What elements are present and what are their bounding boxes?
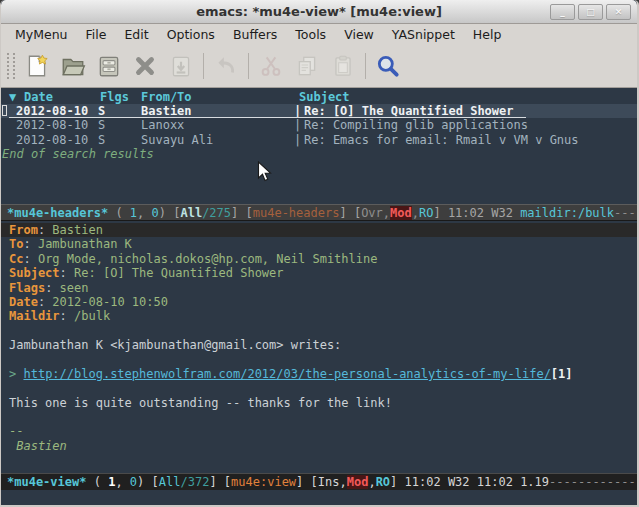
modeline-text: , — [368, 475, 375, 489]
modeline-message-count: /372 — [180, 475, 209, 489]
fringe-cursor-indicator — [2, 105, 7, 116]
field-value: Org Mode, nicholas.dokos@hp.com, Neil Sm… — [38, 252, 378, 266]
echo-area[interactable] — [1, 490, 637, 505]
field-colon: : — [23, 237, 37, 251]
field-label: To — [9, 237, 23, 251]
modeline-major-mode: mu4e-headers — [253, 206, 340, 220]
title-bar[interactable]: emacs: *mu4e-view* [mu4e:view] _ □ ✕ — [1, 0, 637, 24]
column-header-subject[interactable]: Subject — [299, 90, 350, 104]
header-field-date: Date: 2012-08-10 10:50 — [1, 295, 637, 309]
modeline-text: ] [ — [231, 206, 253, 220]
field-value: seen — [60, 281, 89, 295]
modeline-major-mode: mu4e:view — [231, 475, 296, 489]
blank-line — [1, 324, 637, 338]
toolbar-separator — [203, 53, 204, 79]
modeline-text: , — [137, 206, 151, 220]
menu-bar: MyMenu File Edit Options Buffers Tools V… — [1, 24, 637, 45]
message-flags: S — [98, 133, 105, 147]
modeline-buffer-name: *mu4e-view* — [7, 475, 86, 489]
footnote-marker: [1] — [551, 367, 573, 381]
header-field-from: From: Bastien — [1, 223, 637, 237]
column-header-date[interactable]: Date — [24, 90, 53, 104]
open-file-button[interactable] — [55, 48, 91, 84]
article-link[interactable]: http://blog.stephenwolfram.com/2012/03/t… — [23, 367, 550, 381]
window-title: emacs: *mu4e-view* [mu4e:view] — [1, 4, 637, 19]
message-row[interactable]: 2012-08-10 S Lanoxx | Re: Compiling glib… — [1, 118, 637, 132]
menu-file[interactable]: File — [77, 25, 116, 44]
maximize-button[interactable]: □ — [578, 4, 603, 20]
message-row[interactable]: 2012-08-10 S Suvayu Ali | Re: Emacs for … — [1, 133, 637, 147]
message-from: Bastien — [141, 104, 192, 118]
quoted-link-line: > http://blog.stephenwolfram.com/2012/03… — [1, 367, 637, 381]
modeline-ovr-flag: Ovr — [361, 206, 383, 220]
column-header-flags[interactable]: Flgs — [100, 90, 129, 104]
close-buffer-button[interactable] — [127, 48, 163, 84]
field-value: Bastien — [52, 223, 103, 237]
field-label: Date — [9, 295, 38, 309]
menu-yasnippet[interactable]: YASnippet — [383, 25, 464, 44]
modeline-line-number: 1 — [130, 206, 137, 220]
menu-view[interactable]: View — [335, 25, 383, 44]
message-date: 2012-08-10 — [16, 118, 88, 132]
blank-line — [1, 410, 637, 424]
open-folder-icon — [60, 53, 86, 79]
clipboard-icon — [330, 53, 356, 79]
menu-buffers[interactable]: Buffers — [224, 25, 286, 44]
header-field-flags: Flags: seen — [1, 281, 637, 295]
field-colon: : — [45, 281, 59, 295]
message-row-selected[interactable]: 2012-08-10 S Bastien | Re: [O] The Quant… — [1, 104, 637, 118]
modeline-dashes: -------- — [614, 206, 637, 220]
field-label: Flags — [9, 281, 45, 295]
modeline-column-number: 0 — [130, 475, 137, 489]
menu-edit[interactable]: Edit — [115, 25, 157, 44]
message-flags: S — [98, 104, 105, 118]
copy-button[interactable] — [289, 48, 325, 84]
message-flags: S — [98, 118, 105, 132]
thread-separator: | — [294, 118, 301, 132]
toolbar-grip-handle[interactable] — [7, 53, 15, 79]
message-subject: Re: Compiling glib applications — [304, 118, 528, 132]
modeline-modified-flag: Mod — [390, 206, 412, 220]
message-date: 2012-08-10 — [16, 133, 88, 147]
cut-button[interactable] — [253, 48, 289, 84]
modeline-text: ( — [108, 206, 130, 220]
menu-options[interactable]: Options — [158, 25, 224, 44]
thread-separator: | — [294, 104, 301, 118]
field-colon: : — [23, 252, 37, 266]
modeline-time-load: 11:02 W32 11:02 1.19 — [405, 475, 550, 489]
column-header-from[interactable]: From/To — [141, 90, 192, 104]
message-subject: Re: [O] The Quantified Shower — [304, 104, 514, 118]
field-colon: : — [60, 309, 74, 323]
message-from: Lanoxx — [141, 118, 184, 132]
close-button[interactable]: ✕ — [606, 4, 631, 20]
signature-name: Bastien — [1, 439, 637, 453]
blank-line — [1, 353, 637, 367]
modeline-dashes: ---------------- — [549, 475, 637, 489]
paste-button[interactable] — [325, 48, 361, 84]
header-field-to: To: Jambunathan K — [1, 237, 637, 251]
new-file-button[interactable] — [19, 48, 55, 84]
menu-tools[interactable]: Tools — [286, 25, 335, 44]
modeline-filter: All — [159, 475, 181, 489]
menu-mymenu[interactable]: MyMenu — [6, 25, 77, 44]
save-as-button[interactable] — [163, 48, 199, 84]
modeline-text: , — [383, 206, 390, 220]
undo-button[interactable] — [208, 48, 244, 84]
toolbar-separator — [365, 53, 366, 79]
modeline-modified-flag: Mod — [347, 475, 369, 489]
thread-separator: | — [294, 133, 301, 147]
emacs-window: emacs: *mu4e-view* [mu4e:view] _ □ ✕ MyM… — [0, 0, 639, 507]
save-buffer-button[interactable] — [91, 48, 127, 84]
minimize-button[interactable]: _ — [550, 4, 575, 20]
field-label: Subject — [9, 266, 60, 280]
message-intro-line: Jambunathan K <kjambunathan@gmail.com> w… — [1, 338, 637, 352]
search-button[interactable] — [370, 48, 406, 84]
modeline-headers: *mu4e-headers* ( 1, 0) [All/275] [mu4e-h… — [1, 204, 637, 221]
blank-line — [1, 381, 637, 395]
mu4e-view-window: From: Bastien To: Jambunathan K Cc: Org … — [1, 221, 637, 473]
message-date: 2012-08-10 — [16, 104, 88, 118]
quote-prefix: > — [9, 367, 23, 381]
menu-help[interactable]: Help — [464, 25, 511, 44]
sort-arrow-icon[interactable]: ▼ — [9, 90, 16, 104]
modeline-readonly-flag: RO — [376, 475, 390, 489]
